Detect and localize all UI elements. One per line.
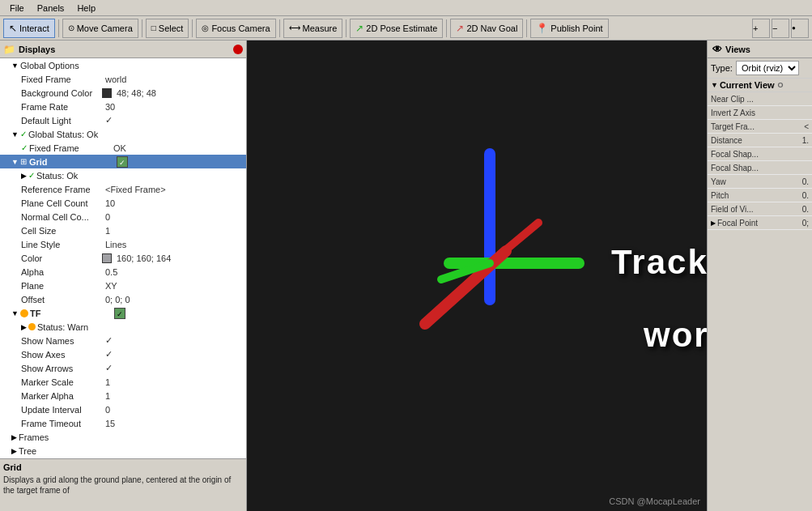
2d-pose-button[interactable]: ↗ 2D Pose Estimate — [350, 19, 443, 38]
type-select[interactable]: Orbit (rviz) — [736, 61, 799, 75]
move-camera-button[interactable]: ⊙ Move Camera — [62, 19, 138, 38]
invert-z-row[interactable]: Invert Z Axis — [708, 106, 812, 120]
background-color-row[interactable]: Background Color 48; 48; 48 — [0, 86, 246, 100]
toolbar-separator-2 — [142, 19, 142, 37]
target-frame-key: Target Fra... — [711, 122, 804, 131]
type-row: Type: Orbit (rviz) — [708, 58, 812, 79]
distance-row[interactable]: Distance 1. — [708, 134, 812, 147]
fixed-frame-val: world — [105, 75, 126, 84]
left-panel: 📁 Displays ▼ Global Options Fixed Frame … — [0, 40, 247, 511]
tree-row[interactable]: ▶ Tree — [0, 444, 246, 458]
toolbar-separator — [58, 19, 59, 37]
focal-point-val: 0; — [802, 219, 809, 228]
add-button[interactable]: + — [752, 19, 770, 38]
offset-val: 0; 0; 0 — [105, 295, 130, 304]
normal-cell-row[interactable]: Normal Cell Co... 0 — [0, 210, 246, 224]
plane-val: XY — [105, 281, 117, 291]
pose-icon: ↗ — [355, 23, 363, 34]
focus-camera-button[interactable]: ◎ Focus Camera — [196, 19, 275, 38]
axes-visualization — [376, 105, 603, 332]
default-light-val: ✓ — [105, 115, 113, 126]
dot-button[interactable]: ● — [791, 19, 809, 38]
tf-row[interactable]: ▼ TF ✓ — [0, 306, 246, 320]
invert-z-key: Invert Z Axis — [711, 109, 809, 117]
toolbar: ↖ Interact ⊙ Move Camera □ Select ◎ Focu… — [0, 16, 812, 40]
color-row[interactable]: Color 160; 160; 164 — [0, 251, 246, 265]
global-status-label: Global Status: Ok — [28, 130, 109, 139]
line-style-row[interactable]: Line Style Lines — [0, 237, 246, 251]
2d-nav-button[interactable]: ↗ 2D Nav Goal — [450, 19, 523, 38]
current-view-label: Current View — [720, 80, 775, 90]
tf-status-row[interactable]: ▶ Status: Warn — [0, 320, 246, 334]
marker-alpha-val: 1 — [105, 391, 110, 401]
yaw-row[interactable]: Yaw 0. — [708, 175, 812, 189]
show-axes-row[interactable]: Show Axes ✓ — [0, 347, 246, 361]
menu-help[interactable]: Help — [70, 2, 102, 14]
menu-panels[interactable]: Panels — [31, 2, 71, 14]
fov-key: Field of Vi... — [711, 205, 802, 214]
global-options-row[interactable]: ▼ Global Options — [0, 58, 246, 72]
plane-row[interactable]: Plane XY — [0, 279, 246, 292]
ref-frame-row[interactable]: Reference Frame <Fixed Frame> — [0, 182, 246, 196]
update-interval-row[interactable]: Update Interval 0 — [0, 402, 246, 416]
toolbar-separator-6 — [446, 19, 447, 37]
menu-file[interactable]: File — [3, 2, 31, 14]
global-status-fixed-frame-check: ✓ — [21, 143, 28, 152]
default-light-row[interactable]: Default Light ✓ — [0, 113, 246, 127]
frames-row[interactable]: ▶ Frames — [0, 430, 246, 444]
frame-rate-key: Frame Rate — [21, 102, 102, 112]
focus-icon: ◎ — [202, 23, 209, 32]
fov-row[interactable]: Field of Vi... 0. — [708, 202, 812, 216]
pitch-row[interactable]: Pitch 0. — [708, 189, 812, 202]
show-arrows-key: Show Arrows — [21, 364, 102, 373]
plane-cell-row[interactable]: Plane Cell Count 10 — [0, 196, 246, 210]
minus-button[interactable]: − — [772, 19, 789, 38]
global-status-fixed-frame-key: Fixed Frame — [29, 143, 110, 153]
displays-folder-icon: 📁 — [3, 44, 15, 55]
offset-row[interactable]: Offset 0; 0; 0 — [0, 292, 246, 306]
grid-row[interactable]: ▼ ⊞ Grid ✓ — [0, 155, 246, 168]
cell-size-row[interactable]: Cell Size 1 — [0, 224, 246, 237]
frames-label: Frames — [19, 432, 100, 442]
frame-rate-row[interactable]: Frame Rate 30 — [0, 100, 246, 113]
world-label: world — [644, 316, 707, 355]
record-indicator — [233, 45, 243, 54]
fixed-frame-row[interactable]: Fixed Frame world — [0, 72, 246, 86]
global-status-fixed-frame-row[interactable]: ✓ Fixed Frame OK — [0, 141, 246, 155]
tree-label: Tree — [19, 446, 100, 456]
yaw-key: Yaw — [711, 177, 802, 186]
line-style-val: Lines — [105, 240, 126, 249]
plane-key: Plane — [21, 281, 102, 291]
target-frame-row[interactable]: Target Fra... < — [708, 120, 812, 134]
ref-frame-val: <Fixed Frame> — [105, 185, 166, 194]
near-clip-row[interactable]: Near Clip ... — [708, 92, 812, 106]
focal-point-row[interactable]: ▶ Focal Point 0; — [708, 216, 812, 230]
measure-button[interactable]: ⟷ Measure — [283, 19, 343, 38]
show-names-row[interactable]: Show Names ✓ — [0, 334, 246, 347]
pitch-key: Pitch — [711, 191, 802, 200]
menubar: File Panels Help — [0, 0, 812, 16]
viewport[interactable]: Tracker1 world ✛ CSDN @MocapLeader — [247, 40, 707, 511]
focal-shape1-row[interactable]: Focal Shap... — [708, 147, 812, 161]
normal-cell-key: Normal Cell Co... — [21, 212, 102, 222]
global-options-arrow: ▼ — [11, 62, 19, 70]
grid-status-row[interactable]: ▶ ✓ Status: Ok — [0, 168, 246, 182]
displays-tree[interactable]: ▼ Global Options Fixed Frame world Backg… — [0, 58, 246, 458]
info-text: Displays a grid along the ground plane, … — [3, 475, 243, 496]
ref-frame-key: Reference Frame — [21, 185, 102, 194]
marker-scale-row[interactable]: Marker Scale 1 — [0, 375, 246, 389]
alpha-row[interactable]: Alpha 0.5 — [0, 265, 246, 279]
frame-timeout-row[interactable]: Frame Timeout 15 — [0, 416, 246, 430]
global-status-arrow: ▼ — [11, 130, 19, 138]
background-color-key: Background Color — [21, 88, 102, 98]
select-button[interactable]: □ Select — [146, 19, 189, 38]
grid-status-label: Status: Ok — [36, 171, 117, 181]
publish-point-button[interactable]: 📍 Publish Point — [530, 19, 608, 38]
color-swatch — [102, 253, 112, 263]
global-status-row[interactable]: ▼ ✓ Global Status: Ok — [0, 127, 246, 141]
marker-alpha-row[interactable]: Marker Alpha 1 — [0, 389, 246, 402]
interact-button[interactable]: ↖ Interact — [3, 19, 55, 38]
show-arrows-row[interactable]: Show Arrows ✓ — [0, 361, 246, 375]
pitch-val: 0. — [802, 191, 809, 200]
focal-shape2-row[interactable]: Focal Shap... — [708, 161, 812, 175]
